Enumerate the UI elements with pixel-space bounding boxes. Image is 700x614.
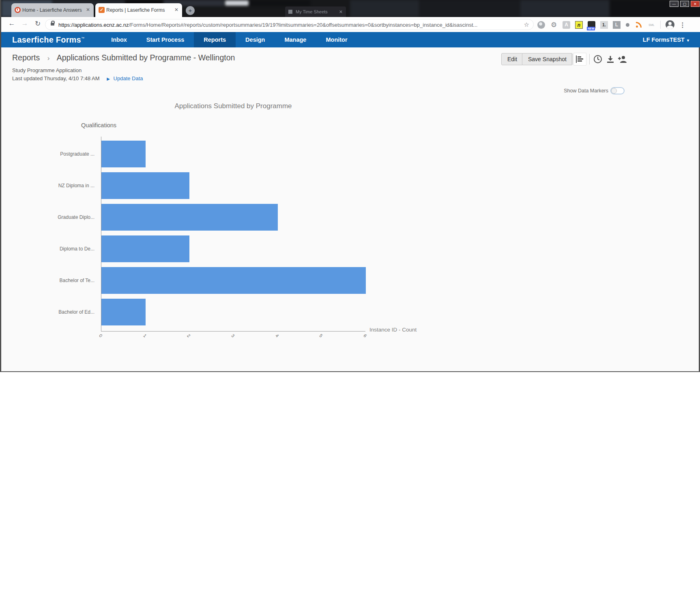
show-data-markers-toggle[interactable] [610,87,625,94]
window-close-button[interactable]: ✕ [691,1,700,7]
category-label: Postgraduate ... [5,151,94,157]
x-axis-tick-labels: 0123456 [101,333,366,344]
toolbar-divider [589,54,590,64]
window-maximize-button[interactable]: ▢ [680,1,689,7]
new-tab-button[interactable]: + [186,6,195,15]
forward-button[interactable]: → [20,19,30,28]
url-address-bar[interactable]: https://applications.ecnz.ac.nz/Forms/Ho… [45,19,534,30]
url-host: https://applications.ecnz.ac.nz [58,22,129,28]
back-button[interactable]: ← [7,19,17,28]
user-account-menu[interactable]: LF FormsTEST▾ [643,36,689,43]
dot-extension-icon[interactable] [625,21,630,29]
download-icon [606,55,614,63]
nav-item-inbox[interactable]: Inbox [101,32,137,47]
window-controls: — ▢ ✕ [670,1,700,7]
breadcrumb: Reports › Applications Submitted by Prog… [12,53,235,62]
add-person-icon [618,55,627,63]
padlock-icon [51,23,54,26]
bar-postgraduate [101,141,146,167]
bar-graduate-diplo [101,204,278,231]
browser-window: My Time Sheets ✕ Home - Laserfiche Answe… [0,0,700,372]
background-window-icon [288,10,292,14]
bar-chart-icon [576,56,584,63]
circle-extension-icon[interactable] [537,21,545,29]
nav-items: Inbox Start Process Reports Design Manag… [101,32,357,47]
reload-button[interactable]: ↻ [33,19,43,28]
category-label: NZ Diploma in ... [5,183,94,188]
nav-item-manage[interactable]: Manage [275,32,316,47]
browser-toolbar: ← → ↻ https://applications.ecnz.ac.nz/Fo… [1,17,700,32]
page-title: Applications Submitted by Programme - We… [57,53,235,62]
x-tick-label: 4 [275,333,280,338]
share-report-button[interactable] [616,53,629,66]
window-minimize-button[interactable]: — [670,1,679,7]
url-text: https://applications.ecnz.ac.nz/Forms/Ho… [58,22,517,28]
new-badge: NEW [587,27,595,30]
laserfiche-forms-navbar: Laserfiche Forms™ Inbox Start Process Re… [1,32,700,47]
x-tick-label: 0 [98,333,103,338]
edit-button[interactable]: Edit [501,53,523,65]
rss-extension-icon[interactable] [635,21,643,29]
browser-menu-kebab-icon[interactable]: ⋮ [679,21,685,29]
nav-item-design[interactable]: Design [236,32,275,47]
tab-close-icon[interactable]: ✕ [174,7,178,13]
onenote-extension-icon[interactable]: n [575,21,583,29]
extension-icons-row: ⚙ A n NEW 1. L SML ⋮ [537,20,685,29]
background-window-my-time-sheets: My Time Sheets ✕ [285,6,346,17]
screenshot-root: My Time Sheets ✕ Home - Laserfiche Answe… [0,0,700,614]
process-name: Study Programme Application [12,67,82,73]
chevron-down-icon: ▾ [687,38,689,43]
report-content: Reports › Applications Submitted by Prog… [1,47,699,371]
last-updated-text: Last updated Thursday, 4/10 7:48 AM [12,75,100,81]
onetab-extension-icon[interactable]: 1. [600,21,608,29]
category-label: Bachelor of Te... [5,278,94,283]
breadcrumb-reports-link[interactable]: Reports [12,53,40,62]
last-updated-row: Last updated Thursday, 4/10 7:48 AM ▶ Up… [12,75,143,81]
laserfiche-forms-logo[interactable]: Laserfiche Forms™ [12,35,84,45]
snapshot-history-button[interactable] [591,53,604,66]
profile-avatar-icon[interactable] [666,20,674,29]
new-badged-extension-icon[interactable]: NEW [588,21,595,29]
tab-laserfiche-answers[interactable]: Home - Laserfiche Answers ✕ [11,3,94,17]
bookmark-star-icon[interactable]: ☆ [524,21,529,28]
bar-chart-view-button[interactable] [573,53,586,66]
laserfiche-answers-favicon [15,7,21,13]
background-window-title: My Time Sheets [296,9,328,14]
letter-l-extension-icon[interactable]: L [613,21,621,29]
browser-tab-strip: My Time Sheets ✕ Home - Laserfiche Answe… [1,0,700,17]
bar-bachelor-of-te [101,267,366,294]
x-tick-label: 6 [363,333,368,338]
bar-diploma-to-de [101,235,189,262]
save-snapshot-button[interactable]: Save Snapshot [522,53,573,65]
bar-chart-plot-area [101,137,365,332]
sml-extension-icon[interactable]: SML [648,21,655,29]
gear-extension-icon[interactable]: ⚙ [550,21,558,29]
toolbar-divider [571,54,572,64]
play-triangle-icon: ▶ [107,77,110,81]
laserfiche-forms-favicon: ✓ [99,7,105,13]
breadcrumb-chevron-icon: › [47,54,50,62]
x-tick-label: 2 [186,333,191,338]
nav-item-start-process[interactable]: Start Process [137,32,194,47]
bar-nz-diploma-in [101,172,189,199]
tab-label: Reports | Laserfiche Forms [106,7,165,13]
x-tick-label: 3 [230,333,236,338]
x-tick-label: 1 [142,333,148,338]
category-axis-labels: Postgraduate ...NZ Diploma in ...Graduat… [1,137,98,332]
x-axis-title: Instance ID - Count [369,327,417,333]
bar-bachelor-of-ed [101,299,146,325]
tab-close-icon[interactable]: ✕ [86,7,90,13]
y-axis-title: Qualifications [81,122,116,128]
update-data-link[interactable]: Update Data [114,75,143,81]
show-data-markers-label: Show Data Markers [564,88,608,94]
tab-label: Home - Laserfiche Answers [22,7,82,13]
nav-item-reports[interactable]: Reports [194,32,236,47]
url-path: /Forms/Home/Reports#/reports/custom/repo… [129,22,477,28]
toggle-knob [611,88,617,94]
tab-reports-laserfiche-forms[interactable]: ✓ Reports | Laserfiche Forms ✕ [95,3,182,17]
category-label: Diploma to De... [5,246,94,252]
download-button[interactable] [604,53,617,66]
x-tick-label: 5 [318,333,324,338]
acrobat-extension-icon[interactable]: A [563,21,570,29]
nav-item-monitor[interactable]: Monitor [316,32,357,47]
